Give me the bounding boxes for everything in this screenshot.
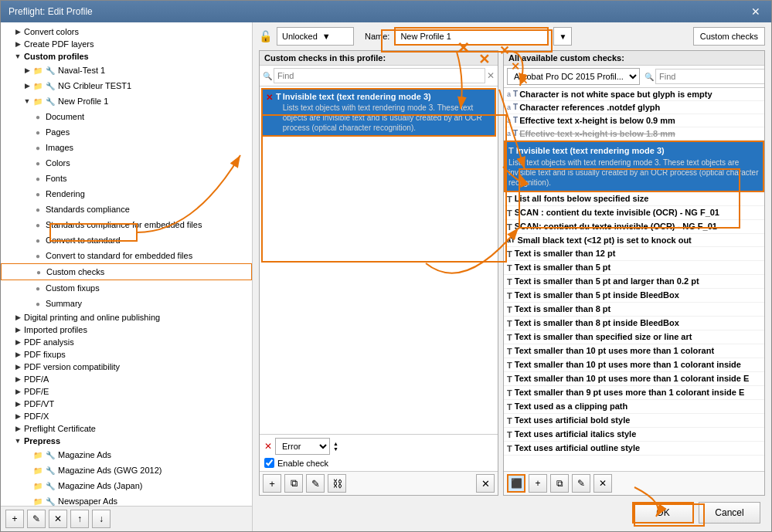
avail-item-text-10pt-colorant-inside[interactable]: T Text smaller than 10 pt uses more than… bbox=[504, 358, 764, 372]
arrow-down-icon[interactable]: ▼ bbox=[333, 446, 338, 452]
enable-check-checkbox[interactable] bbox=[264, 458, 274, 468]
avail-item-text-outline-style[interactable]: T Text uses artificial outline style bbox=[504, 442, 764, 456]
profile-name-input[interactable] bbox=[394, 27, 549, 46]
avail-item-effective-xheight-18[interactable]: a T Effective text x-height is below 1.8… bbox=[504, 127, 764, 141]
clear-search-button[interactable]: ✕ bbox=[487, 70, 495, 81]
edit-button[interactable]: ✎ bbox=[27, 510, 46, 528]
unlock-dropdown[interactable]: Unlocked ▼ bbox=[277, 27, 354, 46]
tree-item-new-profile-1[interactable]: ▼ 📁 🔧 New Profile 1 bbox=[1, 93, 252, 109]
avail-icon: T bbox=[508, 146, 514, 155]
add-check-button[interactable]: + bbox=[263, 474, 281, 493]
avail-item-text-smaller-12[interactable]: T Text is smaller than 12 pt bbox=[504, 247, 764, 261]
avail-item-text-smaller-specified[interactable]: T Text is smaller than specified size or… bbox=[504, 330, 764, 344]
tree-item-prepress[interactable]: ▼ Prepress bbox=[1, 435, 252, 447]
custom-checks-search-input[interactable] bbox=[274, 68, 485, 83]
tree-item-pdf-analysis[interactable]: ▶ PDF analysis bbox=[1, 336, 252, 348]
available-checks-list[interactable]: a T Character is not white space but gly… bbox=[504, 88, 764, 471]
cancel-button[interactable]: Cancel bbox=[699, 502, 760, 524]
tree-item-pdf-a[interactable]: ▶ PDF/A bbox=[1, 373, 252, 385]
tree-item-convert-standard-embedded[interactable]: ● Convert to standard for embedded files bbox=[1, 248, 252, 263]
avail-item-text-9pt-colorant-inside-e[interactable]: T Text smaller than 9 pt uses more than … bbox=[504, 386, 764, 400]
tree-item-convert-colors[interactable]: ▶ Convert colors bbox=[1, 25, 252, 38]
avail-item-text-smaller-5-larger-02[interactable]: T Text is smaller than 5 pt and larger t… bbox=[504, 275, 764, 289]
tree-item-newspaper-ads[interactable]: ▶ 📁 🔧 Newspaper Ads bbox=[1, 493, 252, 506]
edit-avail-button[interactable]: ✎ bbox=[572, 474, 590, 493]
tree-item-imported-profiles[interactable]: ▶ Imported profiles bbox=[1, 324, 252, 336]
arrow-icon: ▼ bbox=[22, 97, 32, 106]
avail-item-text-smaller-8-bleedbox[interactable]: T Text is smaller than 8 pt inside Bleed… bbox=[504, 317, 764, 330]
import-button[interactable]: ⬛ bbox=[507, 474, 525, 493]
tree-item-custom-checks[interactable]: ● Custom checks bbox=[1, 263, 252, 280]
avail-item-text-smaller-8[interactable]: T Text is smaller than 8 pt bbox=[504, 303, 764, 317]
tree-item-summary[interactable]: ● Summary bbox=[1, 296, 252, 311]
tree-item-custom-profiles[interactable]: ▼ Custom profiles bbox=[1, 50, 252, 63]
tree-item-magazine-ads-gwg[interactable]: ▶ 📁 🔧 Magazine Ads (GWG 2012) bbox=[1, 463, 252, 478]
link-check-button[interactable]: ⛓ bbox=[328, 474, 346, 493]
tree-item-pdf-vt[interactable]: ▶ PDF/VT bbox=[1, 398, 252, 410]
tree-item-document[interactable]: ● Document bbox=[1, 109, 252, 124]
tree-item-magazine-ads-japan[interactable]: ▶ 📁 🔧 Magazine Ads (Japan) bbox=[1, 478, 252, 493]
error-level-dropdown[interactable]: Error Warning Info bbox=[275, 438, 330, 455]
circle-icon: ● bbox=[32, 219, 44, 231]
ok-button[interactable]: OK bbox=[632, 502, 694, 524]
tree-item-images[interactable]: ● Images bbox=[1, 140, 252, 155]
circle-icon: ● bbox=[32, 282, 44, 294]
tree-item-ng-cribleur[interactable]: ▶ 📁 🔧 NG Cribleur TEST1 bbox=[1, 78, 252, 93]
custom-checks-button[interactable]: Custom checks bbox=[693, 27, 765, 46]
add-button[interactable]: + bbox=[5, 510, 24, 528]
move-down-button[interactable]: ↓ bbox=[92, 510, 111, 528]
t-icon: T bbox=[276, 92, 281, 133]
avail-item-scan-ocr-1[interactable]: T SCAN : contient du texte invisible (OC… bbox=[504, 206, 764, 220]
profile-dropdown-btn[interactable]: ▼ bbox=[553, 27, 572, 46]
avail-item-text-10pt-colorant[interactable]: T Text smaller than 10 pt uses more than… bbox=[504, 344, 764, 358]
custom-checks-list[interactable]: ✕ T Invisible text (text rendering mode … bbox=[260, 86, 498, 434]
avail-item-text-10pt-colorant-inside-e[interactable]: T Text smaller than 10 pt uses more than… bbox=[504, 372, 764, 386]
move-up-button[interactable]: ↑ bbox=[70, 510, 89, 528]
available-checks-panel: All available custom checks: Acrobat Pro… bbox=[503, 50, 765, 496]
avail-item-small-black-text[interactable]: aT Small black text (<12 pt) is set to k… bbox=[504, 234, 764, 247]
close-button[interactable]: ✕ bbox=[748, 5, 763, 18]
tree-item-preflight-cert[interactable]: ▶ Preflight Certificate bbox=[1, 422, 252, 435]
available-profile-dropdown[interactable]: Acrobat Pro DC 2015 Profil... bbox=[507, 68, 640, 85]
tree-container[interactable]: ▶ Convert colors ▶ Create PDF layers ▼ C… bbox=[1, 22, 252, 506]
duplicate-avail-button[interactable]: ⧉ bbox=[550, 474, 569, 493]
tree-item-rendering[interactable]: ● Rendering bbox=[1, 186, 252, 202]
avail-item-invisible-text[interactable]: T Invisible text (text rendering mode 3)… bbox=[504, 141, 764, 192]
available-search-input[interactable] bbox=[655, 69, 765, 84]
tree-item-magazine-ads[interactable]: ▶ 📁 🔧 Magazine Ads bbox=[1, 447, 252, 463]
tree-item-custom-fixups[interactable]: ● Custom fixups bbox=[1, 280, 252, 296]
avail-item-effective-xheight-09[interactable]: a T Effective text x-height is below 0.9… bbox=[504, 114, 764, 127]
avail-item-char-not-whitespace[interactable]: a T Character is not white space but gly… bbox=[504, 88, 764, 101]
tree-item-fonts[interactable]: ● Fonts bbox=[1, 171, 252, 186]
avail-item-text-clipping-path[interactable]: T Text used as a clipping path bbox=[504, 400, 764, 414]
tree-item-pdf-fixups[interactable]: ▶ PDF fixups bbox=[1, 348, 252, 361]
tree-item-create-pdf-layers[interactable]: ▶ Create PDF layers bbox=[1, 38, 252, 50]
tree-item-pdf-e[interactable]: ▶ PDF/E bbox=[1, 385, 252, 398]
check-item-invisible-text[interactable]: ✕ T Invisible text (text rendering mode … bbox=[261, 88, 496, 137]
edit-check-button[interactable]: ✎ bbox=[306, 474, 325, 493]
tree-item-standards-compliance[interactable]: ● Standards compliance bbox=[1, 202, 252, 217]
lock-icon: 🔓 bbox=[259, 30, 272, 42]
delete-check-button[interactable]: ✕ bbox=[476, 474, 495, 493]
arrow-up-icon[interactable]: ▲ bbox=[333, 441, 338, 446]
avail-item-text-smaller-5-bleedbox[interactable]: T Text is smaller than 5 pt inside Bleed… bbox=[504, 289, 764, 303]
avail-item-scan-ocr-2[interactable]: T SCAN: contient du texte invisible (OCR… bbox=[504, 220, 764, 234]
tree-item-naval-test1[interactable]: ▶ 📁 🔧 Naval-Test 1 bbox=[1, 63, 252, 78]
avail-item-char-notdef[interactable]: a T Character references .notdef glyph bbox=[504, 101, 764, 114]
tree-item-standards-compliance-embedded[interactable]: ● Standards compliance for embedded file… bbox=[1, 217, 252, 232]
tree-item-pages[interactable]: ● Pages bbox=[1, 124, 252, 140]
avail-item-text-bold-style[interactable]: T Text uses artificial bold style bbox=[504, 414, 764, 428]
delete-button[interactable]: ✕ bbox=[49, 510, 67, 528]
avail-icon: T bbox=[507, 263, 512, 273]
tree-item-convert-standard[interactable]: ● Convert to standard bbox=[1, 232, 252, 248]
tree-item-pdf-version[interactable]: ▶ PDF version compatibility bbox=[1, 361, 252, 373]
add-avail-button[interactable]: + bbox=[529, 474, 547, 493]
tree-item-colors[interactable]: ● Colors bbox=[1, 155, 252, 171]
avail-item-text-smaller-5[interactable]: T Text is smaller than 5 pt bbox=[504, 261, 764, 275]
tree-item-digital-printing[interactable]: ▶ Digital printing and online publishing bbox=[1, 311, 252, 324]
tree-item-pdf-x[interactable]: ▶ PDF/X bbox=[1, 410, 252, 422]
delete-avail-button[interactable]: ✕ bbox=[593, 474, 612, 493]
duplicate-check-button[interactable]: ⧉ bbox=[284, 474, 303, 493]
avail-item-text-italics-style[interactable]: T Text uses artificial italics style bbox=[504, 428, 764, 442]
avail-item-list-all-fonts[interactable]: T List all fonts below specified size bbox=[504, 192, 764, 206]
